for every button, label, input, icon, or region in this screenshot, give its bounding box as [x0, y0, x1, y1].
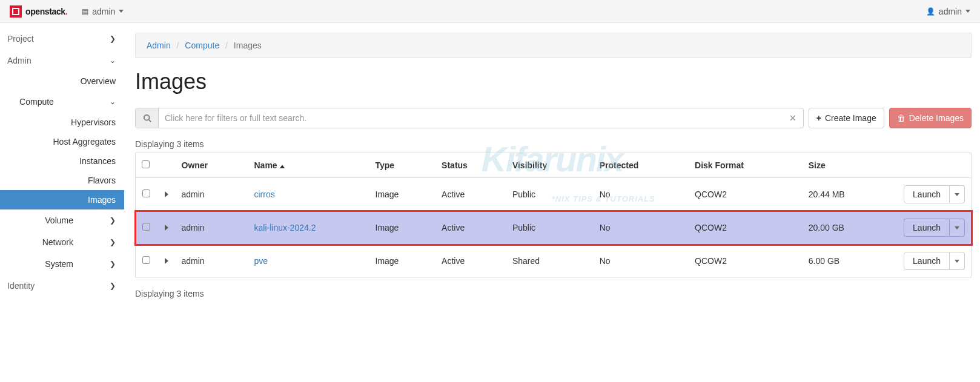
chevron-down-icon [955, 260, 959, 263]
sidebar-item-images[interactable]: Images [0, 190, 124, 209]
user-icon: 👤 [926, 7, 935, 16]
cell-size: 6.00 GB [803, 245, 893, 278]
search-clear[interactable]: × [783, 108, 803, 128]
cell-size: 20.00 GB [803, 211, 893, 245]
sidebar-item-host-aggregates[interactable]: Host Aggregates [0, 132, 124, 151]
sidebar-item-instances[interactable]: Instances [0, 151, 124, 171]
cell-status: Active [435, 178, 506, 211]
image-name-link[interactable]: pve [254, 256, 268, 266]
image-name-link[interactable]: kali-linux-2024.2 [254, 223, 316, 232]
row-actions-dropdown[interactable] [950, 185, 965, 203]
sidebar: Project ❯ Admin ⌄ Overview Compute ⌄ Hyp… [0, 23, 124, 302]
main-content: Kifarunix *NIX TIPS & TUTORIALS Admin / … [124, 23, 980, 302]
images-table: Owner Name Type Status Visibility Protec… [135, 153, 972, 278]
col-visibility[interactable]: Visibility [506, 153, 594, 178]
cell-status: Active [435, 211, 506, 245]
row-actions-dropdown[interactable] [950, 219, 965, 237]
cell-visibility: Public [506, 211, 594, 245]
col-status[interactable]: Status [435, 153, 506, 178]
sidebar-item-volume[interactable]: Volume ❯ [0, 209, 124, 231]
breadcrumb: Admin / Compute / Images [135, 33, 972, 58]
brand-name: openstack. [25, 7, 67, 16]
row-checkbox[interactable] [142, 223, 150, 231]
project-selector[interactable]: ▤ admin [82, 7, 124, 16]
project-selector-label: admin [92, 7, 115, 16]
breadcrumb-compute[interactable]: Compute [185, 41, 219, 50]
sidebar-item-system[interactable]: System ❯ [0, 253, 124, 275]
chevron-down-icon [119, 10, 124, 13]
col-size[interactable]: Size [803, 153, 893, 178]
sidebar-item-compute[interactable]: Compute ⌄ [0, 91, 124, 113]
svg-line-1 [148, 120, 151, 122]
chevron-right-icon: ❯ [110, 238, 116, 246]
launch-button[interactable]: Launch [904, 185, 950, 203]
create-image-button[interactable]: + Create Image [809, 108, 884, 128]
item-count-bottom: Displaying 3 items [135, 289, 972, 298]
cell-disk-format: QCOW2 [689, 178, 803, 211]
launch-button[interactable]: Launch [904, 252, 950, 270]
cell-protected: No [594, 245, 689, 278]
search-input[interactable] [159, 108, 783, 128]
svg-point-0 [144, 115, 149, 120]
search-group: × [135, 108, 804, 128]
cell-disk-format: QCOW2 [689, 245, 803, 278]
row-actions-dropdown[interactable] [950, 252, 965, 270]
sidebar-item-project[interactable]: Project ❯ [0, 28, 124, 50]
domain-icon: ▤ [82, 7, 88, 16]
breadcrumb-current: Images [234, 41, 262, 50]
sidebar-item-flavors[interactable]: Flavors [0, 171, 124, 190]
user-menu[interactable]: 👤 admin [926, 7, 970, 16]
col-owner[interactable]: Owner [176, 153, 248, 178]
table-header-row: Owner Name Type Status Visibility Protec… [136, 153, 972, 178]
breadcrumb-admin[interactable]: Admin [147, 41, 171, 50]
chevron-right-icon: ❯ [110, 35, 116, 43]
cell-type: Image [369, 245, 436, 278]
chevron-down-icon [955, 226, 959, 229]
col-type[interactable]: Type [369, 153, 436, 178]
row-checkbox[interactable] [142, 256, 150, 264]
sidebar-item-admin[interactable]: Admin ⌄ [0, 50, 124, 71]
sidebar-item-hypervisors[interactable]: Hypervisors [0, 113, 124, 132]
cell-size: 20.44 MB [803, 178, 893, 211]
chevron-down-icon: ⌄ [110, 97, 116, 106]
table-row: admin cirros Image Active Public No QCOW… [136, 178, 972, 211]
chevron-down-icon: ⌄ [110, 56, 116, 65]
chevron-down-icon [965, 10, 970, 13]
expand-icon[interactable] [165, 191, 168, 197]
page-title: Images [135, 69, 972, 94]
trash-icon: 🗑 [897, 113, 906, 123]
sidebar-item-identity[interactable]: Identity ❯ [0, 275, 124, 297]
brand-logo[interactable]: openstack. [10, 5, 67, 18]
sidebar-item-network[interactable]: Network ❯ [0, 231, 124, 253]
sort-asc-icon [280, 165, 285, 168]
select-all-checkbox[interactable] [142, 160, 150, 168]
chevron-down-icon [955, 193, 959, 196]
cell-protected: No [594, 211, 689, 245]
delete-images-button[interactable]: 🗑 Delete Images [889, 108, 972, 128]
image-name-link[interactable]: cirros [254, 189, 275, 199]
table-row: admin kali-linux-2024.2 Image Active Pub… [136, 211, 972, 245]
cell-type: Image [369, 211, 436, 245]
item-count-top: Displaying 3 items [135, 139, 972, 149]
cell-status: Active [435, 245, 506, 278]
chevron-right-icon: ❯ [110, 260, 116, 268]
cell-visibility: Public [506, 178, 594, 211]
row-checkbox[interactable] [142, 189, 150, 197]
search-icon [136, 108, 159, 128]
table-row: admin pve Image Active Shared No QCOW2 6… [136, 245, 972, 278]
cell-owner: admin [176, 178, 248, 211]
openstack-icon [10, 5, 22, 18]
user-menu-label: admin [939, 7, 962, 16]
expand-icon[interactable] [165, 225, 168, 231]
cell-owner: admin [176, 211, 248, 245]
col-name[interactable]: Name [248, 153, 369, 178]
expand-icon[interactable] [165, 258, 168, 264]
topbar: openstack. ▤ admin 👤 admin [0, 0, 980, 23]
col-protected[interactable]: Protected [594, 153, 689, 178]
cell-type: Image [369, 178, 436, 211]
col-disk-format[interactable]: Disk Format [689, 153, 803, 178]
chevron-right-icon: ❯ [110, 216, 116, 225]
launch-button[interactable]: Launch [904, 219, 950, 237]
sidebar-item-overview[interactable]: Overview [0, 71, 124, 91]
cell-disk-format: QCOW2 [689, 211, 803, 245]
